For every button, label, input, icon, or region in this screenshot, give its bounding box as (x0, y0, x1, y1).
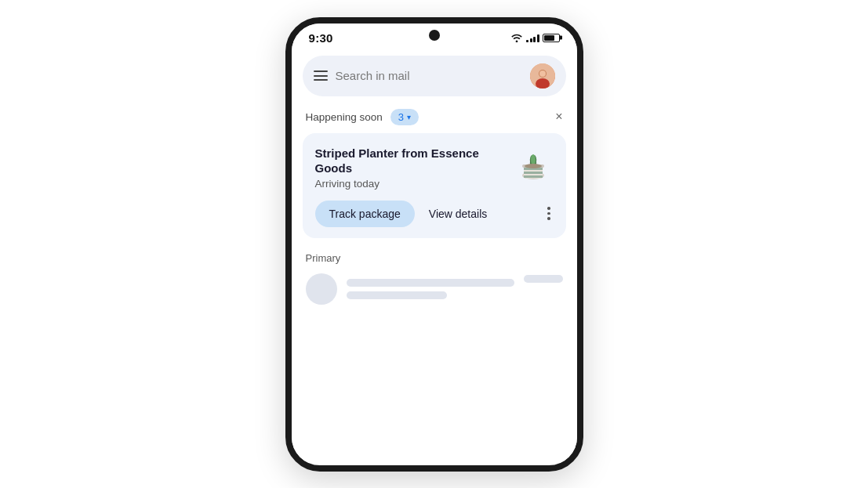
product-image (513, 146, 554, 186)
card-title: Striped Planter from Essence Goods (315, 146, 503, 176)
search-bar[interactable]: Search in mail (303, 56, 566, 96)
svg-rect-8 (524, 175, 543, 178)
skeleton-avatar (306, 273, 337, 305)
skeleton-line-1 (347, 279, 514, 287)
search-placeholder[interactable]: Search in mail (336, 69, 522, 82)
happening-soon-label: Happening soon (306, 111, 383, 123)
hamburger-menu-icon[interactable] (314, 70, 328, 81)
primary-label: Primary (306, 252, 563, 264)
skeleton-line-2 (347, 291, 447, 299)
track-package-button[interactable]: Track package (315, 201, 415, 227)
status-icons (510, 33, 560, 42)
badge-count: 3 (398, 111, 404, 123)
svg-rect-7 (524, 172, 543, 174)
close-icon[interactable]: × (555, 110, 562, 124)
svg-point-3 (539, 70, 546, 77)
skeleton-line-right (524, 275, 563, 283)
primary-section: Primary (292, 238, 577, 305)
avatar-image (530, 63, 555, 89)
signal-icon (526, 33, 539, 42)
avatar[interactable] (530, 63, 555, 89)
svg-point-13 (525, 164, 542, 168)
more-options-button[interactable] (544, 204, 554, 223)
planter-svg (513, 146, 554, 186)
card-actions: Track package View details (315, 201, 554, 227)
card-header: Striped Planter from Essence Goods Arriv… (315, 146, 554, 190)
happening-soon-badge[interactable]: 3 ▾ (390, 109, 419, 125)
view-details-button[interactable]: View details (418, 201, 498, 227)
skeleton-row (306, 273, 563, 305)
package-card: Striped Planter from Essence Goods Arriv… (303, 133, 566, 238)
card-title-block: Striped Planter from Essence Goods Arriv… (315, 146, 503, 190)
chevron-down-icon: ▾ (407, 113, 411, 121)
front-camera (429, 30, 440, 41)
svg-point-12 (531, 154, 536, 165)
phone-content: Search in mail Happening soon 3 (292, 49, 577, 463)
happening-soon-left: Happening soon 3 ▾ (306, 109, 419, 125)
skeleton-lines (347, 279, 514, 299)
happening-soon-row: Happening soon 3 ▾ × (292, 106, 577, 133)
phone-frame: 9:30 (285, 17, 583, 472)
wifi-icon (510, 33, 523, 42)
status-time: 9:30 (309, 31, 333, 45)
card-subtitle: Arriving today (315, 178, 503, 190)
battery-icon (543, 34, 560, 42)
